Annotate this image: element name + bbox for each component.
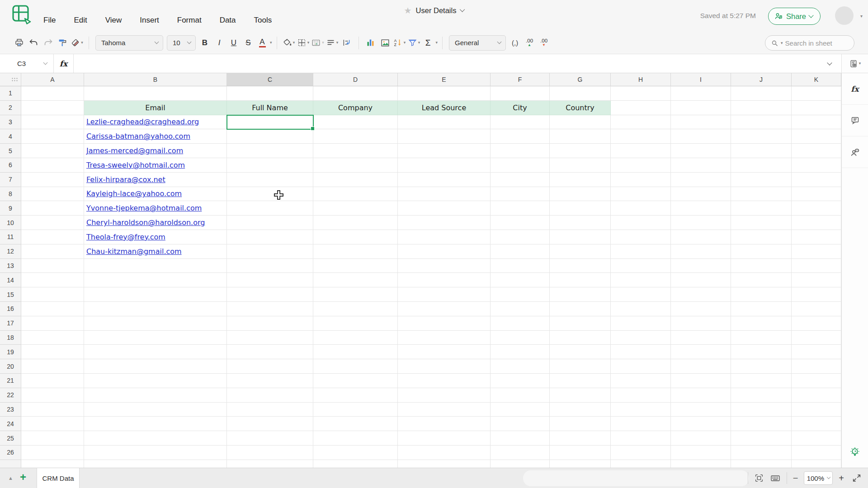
cell-E16[interactable] (398, 302, 491, 316)
cell-F6[interactable] (491, 158, 550, 173)
cell-F19[interactable] (491, 345, 550, 359)
cell-I12[interactable] (671, 244, 731, 259)
cell-E17[interactable] (398, 316, 491, 331)
cell-A3[interactable] (21, 115, 84, 130)
cell-A11[interactable] (21, 230, 84, 244)
cell-B12[interactable]: Chau-kitzman@gmail.com (84, 244, 227, 259)
cell-A1[interactable] (21, 86, 84, 101)
cell-F23[interactable] (491, 403, 550, 417)
cell-K11[interactable] (792, 230, 841, 244)
zoom-out-button[interactable]: − (793, 473, 798, 483)
cell-F16[interactable] (491, 302, 550, 316)
cell-D8[interactable] (313, 187, 398, 202)
cell-E22[interactable] (398, 388, 491, 403)
cell-A2[interactable] (21, 101, 84, 115)
cell-J8[interactable] (731, 187, 792, 202)
redo-button[interactable] (41, 35, 55, 51)
name-box[interactable]: C3 (0, 54, 54, 73)
cell-D18[interactable] (313, 331, 398, 345)
cell-G1[interactable] (550, 86, 611, 101)
cell-F12[interactable] (491, 244, 550, 259)
column-header-B[interactable]: B (84, 73, 227, 86)
cell-I2[interactable] (671, 101, 731, 115)
underline-button[interactable]: U (226, 35, 241, 51)
zoom-level-select[interactable]: 100% (804, 471, 833, 485)
column-header-J[interactable]: J (731, 73, 792, 86)
cell-D26[interactable] (313, 446, 398, 460)
cell-K5[interactable] (792, 144, 841, 158)
cell-I4[interactable] (671, 129, 731, 144)
row-header-17[interactable]: 17 (0, 316, 21, 331)
filter-dropdown-icon[interactable]: ▾ (418, 41, 420, 45)
cell-A22[interactable] (21, 388, 84, 403)
cell-B13[interactable] (84, 259, 227, 273)
cell-K2[interactable] (792, 101, 841, 115)
cell-A25[interactable] (21, 431, 84, 446)
search-input[interactable] (785, 39, 844, 47)
cell-E8[interactable] (398, 187, 491, 202)
sheet-view-button[interactable]: ▾ (842, 54, 868, 73)
cell-K8[interactable] (792, 187, 841, 202)
column-header-F[interactable]: F (491, 73, 550, 86)
cell-I11[interactable] (671, 230, 731, 244)
decrease-decimal-button[interactable]: .00 ▼ (537, 35, 551, 51)
cell-K13[interactable] (792, 259, 841, 273)
cell-A12[interactable] (21, 244, 84, 259)
cell-C4[interactable] (227, 129, 313, 144)
cell-B21[interactable] (84, 374, 227, 388)
cell-D9[interactable] (313, 201, 398, 216)
cell-H20[interactable] (611, 359, 671, 374)
cell-C10[interactable] (227, 216, 313, 230)
bold-button[interactable]: B (198, 35, 212, 51)
cell-H21[interactable] (611, 374, 671, 388)
row-header-6[interactable]: 6 (0, 158, 21, 173)
cell-I14[interactable] (671, 273, 731, 287)
row-header-26[interactable]: 26 (0, 446, 21, 460)
cell-D15[interactable] (313, 287, 398, 302)
cell-H19[interactable] (611, 345, 671, 359)
insert-chart-button[interactable] (363, 35, 378, 51)
cell-J25[interactable] (731, 431, 792, 446)
cell-F7[interactable] (491, 173, 550, 187)
cell-G20[interactable] (550, 359, 611, 374)
font-family-select[interactable]: Tahoma (95, 35, 163, 51)
cell-J27[interactable] (731, 460, 792, 468)
cell-B25[interactable] (84, 431, 227, 446)
cell-C8[interactable] (227, 187, 313, 202)
cell-J15[interactable] (731, 287, 792, 302)
column-header-H[interactable]: H (611, 73, 671, 86)
column-header-D[interactable]: D (313, 73, 398, 86)
cell-A20[interactable] (21, 359, 84, 374)
document-title[interactable]: User Details (416, 6, 457, 15)
cell-I1[interactable] (671, 86, 731, 101)
cell-B3[interactable]: Lezlie-craghead@craghead.org (84, 115, 227, 130)
cell-C6[interactable] (227, 158, 313, 173)
cell-E10[interactable] (398, 216, 491, 230)
email-link[interactable]: Felix-hirpara@cox.net (86, 175, 165, 184)
row-header-2[interactable]: 2 (0, 101, 21, 115)
cell-B6[interactable]: Tresa-sweely@hotmail.com (84, 158, 227, 173)
app-logo-icon[interactable] (12, 5, 33, 27)
cell-B2[interactable]: Email (84, 101, 227, 115)
cell-C7[interactable] (227, 173, 313, 187)
cell-D24[interactable] (313, 417, 398, 431)
fx-button[interactable]: fx (54, 54, 74, 73)
cell-E15[interactable] (398, 287, 491, 302)
cell-D12[interactable] (313, 244, 398, 259)
cell-D11[interactable] (313, 230, 398, 244)
sort-dropdown-icon[interactable]: ▾ (404, 41, 406, 45)
row-header-5[interactable]: 5 (0, 144, 21, 158)
menu-view[interactable]: View (105, 16, 122, 25)
cell-K25[interactable] (792, 431, 841, 446)
cell-I3[interactable] (671, 115, 731, 130)
cell-D13[interactable] (313, 259, 398, 273)
cell-E24[interactable] (398, 417, 491, 431)
cell-C15[interactable] (227, 287, 313, 302)
cell-H3[interactable] (611, 115, 671, 130)
cell-C12[interactable] (227, 244, 313, 259)
cell-C17[interactable] (227, 316, 313, 331)
cell-J23[interactable] (731, 403, 792, 417)
cell-I23[interactable] (671, 403, 731, 417)
cell-J10[interactable] (731, 216, 792, 230)
filter-button[interactable]: ▾ (407, 35, 421, 51)
